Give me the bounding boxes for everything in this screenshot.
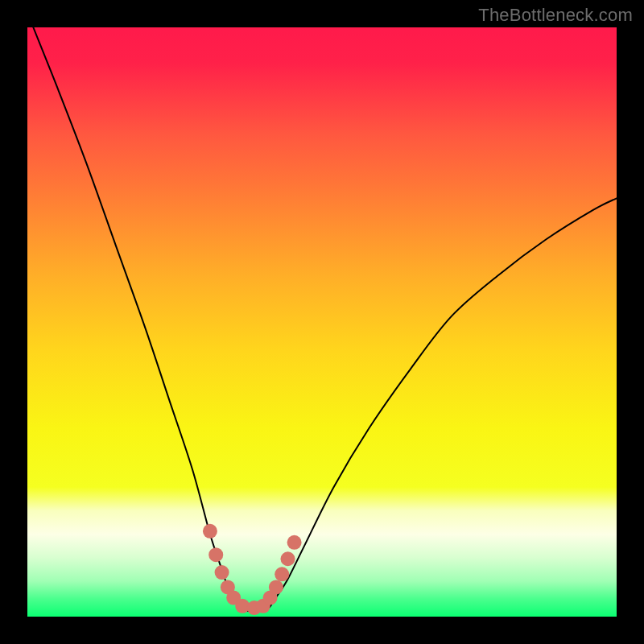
- highlight-dot: [287, 535, 302, 550]
- chart-frame: TheBottleneck.com: [0, 0, 644, 644]
- bottleneck-plot: [0, 0, 644, 644]
- plot-background: [27, 27, 617, 617]
- highlight-dot: [269, 580, 283, 594]
- watermark-text: TheBottleneck.com: [478, 5, 633, 26]
- highlight-dot: [208, 547, 223, 562]
- highlight-dot: [281, 551, 295, 566]
- highlight-dot: [215, 565, 229, 580]
- highlight-dot: [275, 567, 289, 581]
- highlight-dot: [203, 524, 217, 539]
